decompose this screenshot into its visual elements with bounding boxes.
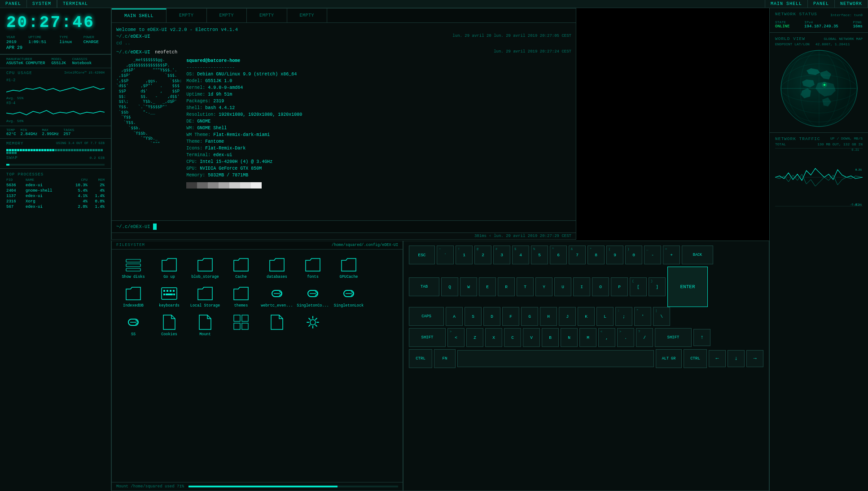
key-8[interactable]: *8: [587, 246, 605, 264]
key-4[interactable]: $4: [512, 246, 529, 264]
key-e[interactable]: E: [479, 277, 496, 296]
key-j[interactable]: J: [559, 307, 576, 326]
key-a[interactable]: A: [446, 307, 463, 326]
list-item[interactable]: fonts: [295, 253, 331, 282]
list-item[interactable]: blob_storage: [187, 253, 223, 282]
table-row: 1137edex-ui4.1%1.4%: [6, 193, 105, 199]
clock-section: 20:27:46 YEAR 2019 UPTIME 1:09:51 TYPE l…: [0, 8, 111, 54]
key-tab[interactable]: TAB: [409, 277, 439, 296]
key-6[interactable]: ^6: [550, 246, 567, 264]
key-down-arrow[interactable]: ↓: [728, 350, 745, 367]
list-item[interactable]: Mount: [187, 311, 223, 339]
list-item[interactable]: databases: [259, 253, 295, 282]
key-slash[interactable]: ?/: [636, 328, 653, 347]
key-altgr[interactable]: ALT GR: [656, 349, 682, 368]
key-l[interactable]: L: [596, 307, 614, 326]
key-q[interactable]: Q: [441, 277, 458, 296]
key-lbracket[interactable]: {[: [630, 277, 647, 296]
key-7[interactable]: &7: [569, 246, 586, 264]
key-caps[interactable]: CAPS: [409, 307, 444, 326]
filesystem-grid: Show disksGo upblob_storageCachedatabase…: [112, 250, 403, 482]
key-n[interactable]: N: [561, 328, 578, 347]
key-y[interactable]: Y: [535, 277, 552, 296]
clock-display: 20:27:46: [6, 13, 105, 32]
key-backslash[interactable]: |\: [653, 307, 670, 326]
key-shift-right[interactable]: SHIFT: [655, 328, 692, 347]
tab-empty-2[interactable]: EMPTY: [207, 9, 247, 22]
key-comma[interactable]: <,: [598, 328, 615, 347]
key-0[interactable]: )0: [625, 246, 642, 264]
key-3[interactable]: #3: [493, 246, 510, 264]
key-z[interactable]: Z: [466, 328, 483, 347]
key-p[interactable]: P: [611, 277, 628, 296]
key-m[interactable]: M: [579, 328, 596, 347]
svg-rect-5: [167, 290, 168, 292]
key-left-arrow[interactable]: ←: [709, 350, 726, 367]
key-semicolon[interactable]: :;: [615, 307, 632, 326]
key-lt[interactable]: ><: [447, 328, 465, 347]
key-d[interactable]: D: [483, 307, 500, 326]
list-item[interactable]: Cache: [223, 253, 259, 282]
key-b[interactable]: B: [542, 328, 559, 347]
tab-empty-4[interactable]: EMPTY: [287, 9, 328, 22]
list-item[interactable]: [259, 311, 295, 339]
list-item[interactable]: [295, 311, 331, 339]
key-plus[interactable]: =+: [663, 246, 680, 264]
svg-rect-4: [163, 290, 165, 292]
key-i[interactable]: I: [573, 277, 590, 296]
list-item[interactable]: Show disks: [115, 253, 151, 282]
list-item[interactable]: Local Storage: [187, 282, 223, 311]
list-item[interactable]: IndexedDB: [115, 282, 151, 311]
key-esc[interactable]: ESC: [409, 246, 435, 264]
key-o[interactable]: O: [592, 277, 609, 296]
list-item[interactable]: Go up: [151, 253, 187, 282]
list-item[interactable]: GPUCache: [331, 253, 367, 282]
keyboard-text-input[interactable]: [457, 350, 654, 367]
key-k[interactable]: K: [578, 307, 595, 326]
key-enter[interactable]: ENTER: [667, 267, 708, 307]
key-right-arrow[interactable]: →: [746, 350, 763, 367]
key-t[interactable]: T: [517, 277, 534, 296]
key-9[interactable]: (9: [606, 246, 623, 264]
key-2[interactable]: @2: [474, 246, 491, 264]
key-period[interactable]: >.: [617, 328, 634, 347]
svg-text:-0.21: -0.21: [854, 203, 862, 206]
key-1[interactable]: !1: [456, 246, 473, 264]
key-up-arrow[interactable]: ↑: [693, 329, 710, 346]
key-backspace[interactable]: BACK: [682, 246, 713, 264]
key-rbracket[interactable]: }]: [649, 277, 666, 296]
key-c[interactable]: C: [504, 328, 521, 347]
list-item[interactable]: SS: [115, 311, 151, 339]
key-minus[interactable]: _-: [644, 246, 661, 264]
list-item[interactable]: themes: [223, 282, 259, 311]
key-g[interactable]: G: [521, 307, 538, 326]
list-item[interactable]: SingletonLock: [331, 282, 367, 311]
key-shift-left[interactable]: SHIFT: [409, 328, 446, 347]
tab-empty-1[interactable]: EMPTY: [167, 9, 207, 22]
key-tilde[interactable]: ~`: [437, 246, 454, 264]
key-x[interactable]: X: [485, 328, 502, 347]
list-item[interactable]: keyboards: [151, 282, 187, 311]
key-fn[interactable]: FN: [434, 349, 456, 368]
left-panel: 20:27:46 YEAR 2019 UPTIME 1:09:51 TYPE l…: [0, 8, 111, 491]
key-ctrl-left[interactable]: CTRL: [409, 349, 432, 368]
list-item[interactable]: webrtc_even...: [259, 282, 295, 311]
key-h[interactable]: H: [540, 307, 557, 326]
key-5[interactable]: %5: [531, 246, 548, 264]
tab-main-shell[interactable]: MAIN SHELL: [112, 9, 167, 22]
key-v[interactable]: V: [523, 328, 540, 347]
key-u[interactable]: U: [554, 277, 571, 296]
key-ctrl-right[interactable]: CTRL: [684, 349, 707, 368]
list-item[interactable]: [223, 311, 259, 339]
key-w[interactable]: W: [460, 277, 477, 296]
tab-empty-3[interactable]: EMPTY: [247, 9, 287, 22]
svg-rect-8: [163, 294, 165, 295]
key-s[interactable]: S: [465, 307, 482, 326]
svg-rect-7: [173, 290, 175, 292]
key-r[interactable]: R: [498, 277, 515, 296]
key-f[interactable]: F: [502, 307, 519, 326]
key-quote[interactable]: "': [634, 307, 651, 326]
svg-rect-2: [126, 268, 140, 271]
list-item[interactable]: Cookies: [151, 311, 187, 339]
list-item[interactable]: SingletonCo...: [295, 282, 331, 311]
